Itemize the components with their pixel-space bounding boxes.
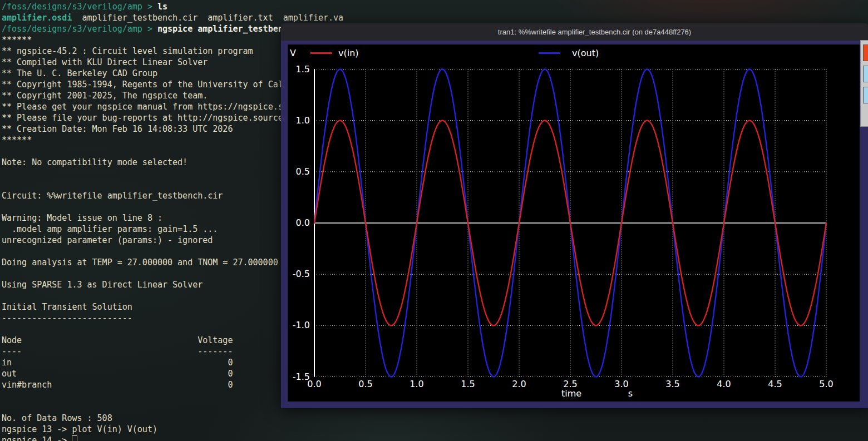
x-tick-label: 0.5: [349, 379, 382, 389]
y-tick-label: -0.5: [288, 269, 310, 279]
terminal-line: /foss/designs/s3/verilog/amp > ls: [2, 1, 868, 12]
x-tick-label: 3.5: [656, 379, 689, 389]
y-tick-label: 0.5: [288, 166, 310, 177]
window-frame: V v(in) v(out) 1.51.00.50.0-0.5-1.0-1.50…: [281, 41, 868, 408]
terminal-line: ngspice 14 ->: [2, 435, 868, 441]
x-tick-label: 4.0: [707, 379, 741, 389]
y-axis-unit-label: V: [290, 48, 296, 58]
terminal-line: amplifier.osdi amplifier_testbench.cir a…: [2, 12, 868, 23]
side-toolbar-button-blue-1[interactable]: [863, 66, 868, 82]
legend-label-vin: v(in): [338, 48, 359, 58]
side-toolbar-button-blue-2[interactable]: [863, 87, 868, 103]
x-tick-label: 1.0: [400, 379, 433, 389]
plot-legend: V v(in) v(out): [288, 44, 860, 63]
y-tick-label: 1.0: [288, 115, 310, 126]
window-title: tran1: %%writefile amplifier_testbench.c…: [498, 28, 691, 36]
legend-label-vout: v(out): [572, 48, 599, 58]
screen: /foss/designs/s3/verilog/amp > lsamplifi…: [0, 0, 868, 441]
x-tick-label: 4.5: [758, 379, 792, 389]
terminal-line: No. of Data Rows : 508: [2, 413, 868, 424]
x-axis-unit: s: [624, 388, 637, 399]
y-tick-label: 1.5: [288, 64, 310, 75]
plot-canvas: [288, 44, 860, 402]
x-tick-label: 2.0: [502, 379, 536, 389]
x-axis-label: time: [549, 388, 594, 399]
side-toolbar: [860, 40, 868, 127]
side-toolbar-button-orange[interactable]: [863, 44, 868, 61]
terminal-line: ngspice 13 -> plot V(in) V(out): [2, 424, 868, 435]
x-tick-label: 1.5: [451, 379, 485, 389]
terminal-cursor: [72, 435, 77, 441]
legend-swatch-vout: [539, 52, 560, 54]
ngspice-plot-window: tran1: %%writefile amplifier_testbench.c…: [281, 23, 868, 408]
legend-swatch-vin: [310, 52, 332, 54]
x-tick-label: 5.0: [810, 379, 843, 389]
x-tick-label: 0.0: [298, 379, 331, 389]
plot-area: V v(in) v(out) 1.51.00.50.0-0.5-1.0-1.50…: [288, 44, 860, 402]
window-titlebar[interactable]: tran1: %%writefile amplifier_testbench.c…: [281, 23, 868, 41]
y-tick-label: 0.0: [288, 217, 310, 228]
y-tick-label: -1.0: [288, 320, 310, 330]
